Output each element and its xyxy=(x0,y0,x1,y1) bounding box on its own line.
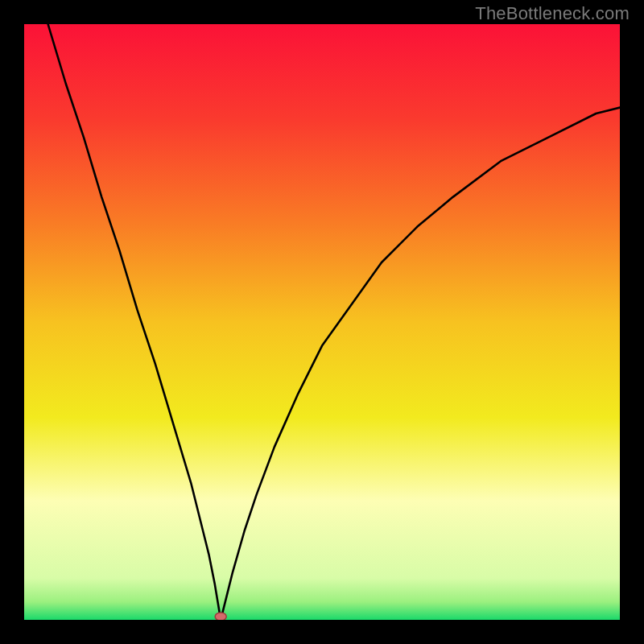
optimum-marker xyxy=(215,613,226,620)
plot-area xyxy=(24,24,620,620)
chart-svg xyxy=(24,24,620,620)
watermark-text: TheBottleneck.com xyxy=(475,3,630,24)
chart-frame: TheBottleneck.com xyxy=(0,0,644,644)
gradient-rect xyxy=(24,24,620,620)
